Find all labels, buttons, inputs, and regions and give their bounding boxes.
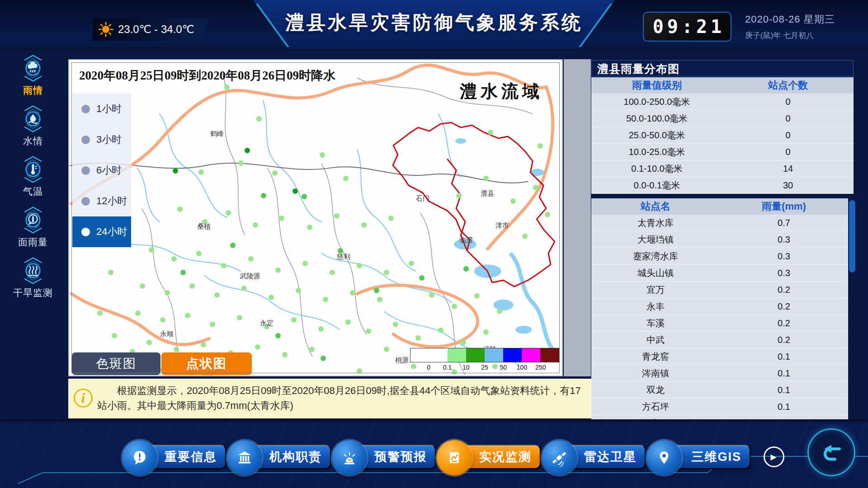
colorbar-segment <box>503 348 522 362</box>
station-dot <box>230 243 236 248</box>
sidebar-item-drought[interactable]: 干旱监测 <box>8 256 58 306</box>
station-table-scrollbar[interactable] <box>849 200 855 272</box>
return-button[interactable] <box>807 428 855 476</box>
nav-warning-forecast-button[interactable]: 预警预报 <box>349 445 436 469</box>
sidebar-item-label: 气温 <box>23 185 43 198</box>
place-label: 石门 <box>416 194 429 203</box>
station-dot <box>384 347 389 352</box>
time-option-label: 6小时 <box>96 164 122 177</box>
layer-button-dots[interactable]: 点状图 <box>161 352 252 375</box>
station-row: 城头山镇0.3 <box>591 265 848 282</box>
time-option-3h[interactable]: 3小时 <box>72 124 131 155</box>
station-dot <box>198 169 204 175</box>
place-label: 永顺 <box>160 330 174 338</box>
station-row: 太青水库0.7 <box>591 215 848 231</box>
radio-icon <box>81 166 90 175</box>
station-dot <box>256 116 262 122</box>
station-table-wrap[interactable]: 站点名雨量(mm)太青水库0.7大堰垱镇0.3蹇家湾水库0.3城头山镇0.3宜万… <box>591 198 848 449</box>
station-dot <box>384 270 389 275</box>
sidebar-item-temperature[interactable]: 气温 <box>8 155 58 205</box>
map-title: 2020年08月25日09时到2020年08月26日09时降水 <box>79 67 335 84</box>
station-dot <box>510 198 516 204</box>
rainfall-colorbar <box>410 348 559 362</box>
temperature-icon <box>18 155 48 184</box>
colorbar-labels: 00.1102550100250 <box>410 364 559 371</box>
place-label: 慈利 <box>337 253 350 261</box>
nav-3d-gis-button[interactable]: 三维GIS <box>664 445 750 469</box>
sidebar-item-rain[interactable]: 雨情 <box>8 53 58 104</box>
nav-agency-duties-button[interactable]: 机构职责 <box>244 445 331 469</box>
station-row: 车溪0.2 <box>591 315 848 332</box>
station-dot <box>538 143 543 149</box>
station-dot <box>357 263 362 268</box>
colorbar-segment <box>466 348 485 362</box>
station-dot <box>146 340 152 345</box>
station-dot <box>291 317 297 323</box>
station-dot <box>345 319 351 325</box>
radio-icon <box>81 228 90 236</box>
station-dot <box>272 170 278 176</box>
temperature-range: 23.0℃ - 34.0℃ <box>118 23 194 36</box>
station-row: 永丰0.2 <box>591 298 848 315</box>
nav-important-info-button[interactable]: 重要信息 <box>139 445 226 469</box>
station-dot <box>409 261 414 266</box>
alarm-icon <box>332 440 367 475</box>
place-label: 鹤峰 <box>210 130 224 138</box>
station-dot <box>135 310 141 316</box>
place-label: 永定 <box>260 319 274 328</box>
water-icon <box>18 104 48 134</box>
station-dot <box>463 266 469 272</box>
basemap-decoration <box>69 60 562 375</box>
nav-radar-satellite-button[interactable]: 雷达卫星 <box>559 445 646 469</box>
rain-level-row: 100.0-250.0毫米0 <box>591 94 854 110</box>
colorbar-segment <box>485 348 503 362</box>
nav-button-label: 重要信息 <box>165 449 217 465</box>
station-dot <box>374 288 379 293</box>
station-dot <box>261 193 266 198</box>
sidebar-item-water[interactable]: 水情 <box>8 104 58 155</box>
nav-button-label: 雷达卫星 <box>584 449 637 465</box>
place-label: 桃源 <box>395 356 409 365</box>
nav-button-label: 三维GIS <box>691 449 741 465</box>
place-label: 澧县 <box>481 189 494 198</box>
play-icon: ▶ <box>770 452 776 462</box>
area-rainfall-icon <box>18 205 48 235</box>
station-dot <box>97 310 103 316</box>
station-dot <box>189 283 195 289</box>
time-option-6h[interactable]: 6小时 <box>72 155 131 186</box>
station-dot <box>245 148 250 153</box>
institution-icon <box>227 440 262 475</box>
station-dot <box>224 84 230 90</box>
map-canvas[interactable]: 鹤峰石门澧县津市临澧桑植慈利武陵源永定永顺桃源武陵 2020年08月25日09时… <box>68 59 563 376</box>
sidebar-item-area-rainfall[interactable]: 面雨量 <box>8 205 58 256</box>
station-dot <box>174 347 179 352</box>
time-option-12h[interactable]: 12小时 <box>72 186 131 216</box>
station-dot <box>185 313 190 318</box>
time-option-24h[interactable]: 24小时 <box>72 216 131 247</box>
nav-scroll-button[interactable]: ▶ <box>764 446 784 467</box>
exclamation-bubble-icon <box>122 440 157 475</box>
station-dot <box>474 293 480 299</box>
time-range-selector: 1小时 3小时 6小时 12小时 24小时 <box>72 94 131 247</box>
nav-button-label: 机构职责 <box>269 449 322 465</box>
station-dot <box>334 213 340 219</box>
clock: 09:21 <box>643 12 731 42</box>
time-option-label: 3小时 <box>96 133 122 146</box>
drought-icon <box>18 256 48 286</box>
station-dot <box>461 340 466 345</box>
station-dot <box>438 328 443 333</box>
station-dot <box>282 352 288 357</box>
station-dot <box>108 270 113 275</box>
sidebar-item-label: 干旱监测 <box>13 286 53 299</box>
layer-button-contour[interactable]: 色斑图 <box>72 352 160 375</box>
colorbar-segment <box>448 348 466 362</box>
station-dot <box>522 234 528 239</box>
lunar-date-text: 庚子(鼠)年 七月初八 <box>745 30 835 41</box>
time-option-1h[interactable]: 1小时 <box>72 94 131 124</box>
station-dot <box>388 216 394 221</box>
station-dot <box>488 130 493 135</box>
sun-icon <box>98 22 113 37</box>
nav-live-monitoring-button[interactable]: 实况监测 <box>454 445 541 469</box>
station-dot <box>279 216 284 221</box>
colorbar-tick-label: 0.1 <box>443 364 452 371</box>
